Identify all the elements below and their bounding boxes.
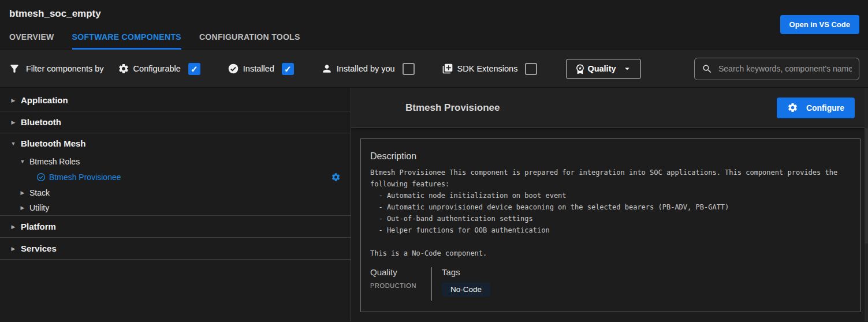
description-line: - Helper functions for OOB authenticatio… <box>370 224 851 236</box>
description-line <box>370 236 851 248</box>
filter-configurable-label: Configurable <box>133 64 181 73</box>
filter-installed: Installed <box>228 63 294 75</box>
check-circle-icon <box>228 63 239 74</box>
description-line: This is a No-Code component. <box>370 248 851 259</box>
description-text: Btmesh Provisionee This component is pre… <box>370 167 851 259</box>
tree-item-services[interactable]: Services <box>0 238 351 260</box>
chevron-right-icon[interactable] <box>10 98 17 103</box>
chevron-down-icon[interactable] <box>19 159 26 164</box>
tab-bar: OVERVIEW SOFTWARE COMPONENTS CONFIGURATI… <box>9 32 318 50</box>
tree-item-label: Utility <box>29 203 49 212</box>
tree-item-btmesh-provisionee[interactable]: Btmesh Provisionee <box>0 169 351 185</box>
tree-item-bluetooth[interactable]: Bluetooth <box>0 111 351 133</box>
tree-item-bluetooth-mesh[interactable]: Bluetooth Mesh <box>0 133 351 153</box>
description-line: - Out-of-band authentication settings <box>370 213 851 224</box>
filter-sdk-extensions-label: SDK Extensions <box>457 64 518 73</box>
tab-configuration-tools[interactable]: CONFIGURATION TOOLS <box>199 32 300 50</box>
chevron-right-icon[interactable] <box>19 190 26 196</box>
tree-item-utility[interactable]: Utility <box>0 200 351 216</box>
installed-by-you-checkbox[interactable] <box>403 63 415 75</box>
filter-bar-label: Filter components by <box>26 64 104 73</box>
tag-badge: No-Code <box>442 282 490 297</box>
quality-tags-section: Quality PRODUCTION Tags No-Code <box>370 267 851 301</box>
installed-checkbox[interactable] <box>282 63 294 75</box>
filter-icon <box>9 63 20 74</box>
filter-bar: Filter components by Configurable Instal… <box>0 50 868 88</box>
component-title: Btmesh Provisionee <box>405 102 500 114</box>
quality-section: Quality PRODUCTION <box>370 267 416 301</box>
app-window: btmesh_soc_empty OVERVIEW SOFTWARE COMPO… <box>0 0 868 322</box>
quality-dropdown-button[interactable]: Quality <box>566 59 640 79</box>
detail-header: Btmesh Provisionee Configure <box>351 88 868 128</box>
quality-heading: Quality <box>370 267 416 277</box>
quality-dropdown-label: Quality <box>587 64 616 73</box>
description-line: - Automatic node initialization on boot … <box>370 190 851 201</box>
tree-item-btmesh-roles[interactable]: Btmesh Roles <box>0 153 351 169</box>
open-in-vscode-button[interactable]: Open in VS Code <box>780 15 859 34</box>
description-card: Description Btmesh Provisionee This comp… <box>360 138 860 312</box>
tree-item-platform[interactable]: Platform <box>0 216 351 238</box>
project-title: btmesh_soc_empty <box>9 8 101 20</box>
quality-value: PRODUCTION <box>370 282 416 289</box>
description-line: Btmesh Provisionee This component is pre… <box>370 167 851 178</box>
chevron-right-icon[interactable] <box>10 119 17 125</box>
description-line: following features: <box>370 178 851 190</box>
tree-item-label: Stack <box>29 188 50 197</box>
vertical-divider <box>431 267 432 301</box>
tree-item-label: Btmesh Provisionee <box>49 173 121 182</box>
tree-item-label: Bluetooth Mesh <box>21 138 86 148</box>
chevron-down-icon[interactable] <box>10 141 17 147</box>
chevron-right-icon[interactable] <box>19 205 26 211</box>
sdk-extensions-icon <box>442 63 453 74</box>
filter-installed-label: Installed <box>243 64 274 73</box>
configure-button-label: Configure <box>806 103 844 113</box>
search-input[interactable] <box>718 64 852 73</box>
configure-gear-icon[interactable] <box>331 172 341 182</box>
tree-item-label: Services <box>21 244 57 253</box>
tree-item-label: Bluetooth <box>21 117 61 127</box>
configurable-checkbox[interactable] <box>188 63 200 75</box>
tags-section: Tags No-Code <box>442 267 490 301</box>
tree-item-label: Btmesh Roles <box>29 157 80 166</box>
component-detail-panel: Btmesh Provisionee Configure Description… <box>351 88 868 321</box>
filter-installed-by-you: Installed by you <box>321 63 415 75</box>
content-area: Application Bluetooth Bluetooth Mesh Btm… <box>0 88 868 321</box>
scrollbar[interactable] <box>865 88 868 321</box>
chevron-right-icon[interactable] <box>10 246 17 252</box>
filter-installed-by-you-label: Installed by you <box>337 64 395 73</box>
gear-icon <box>787 102 798 113</box>
description-line: - Automatic unprovisioned device beaconi… <box>370 201 851 213</box>
scrollbar-thumb[interactable] <box>865 128 868 244</box>
tags-heading: Tags <box>442 267 490 277</box>
configure-button[interactable]: Configure <box>777 98 855 118</box>
sdk-extensions-checkbox[interactable] <box>525 63 537 75</box>
tab-overview[interactable]: OVERVIEW <box>9 32 54 50</box>
search-icon <box>702 63 713 74</box>
component-tree: Application Bluetooth Bluetooth Mesh Btm… <box>0 88 351 321</box>
chevron-down-icon <box>622 63 632 74</box>
chevron-right-icon[interactable] <box>10 224 17 230</box>
tree-item-application[interactable]: Application <box>0 89 351 111</box>
filter-sdk-extensions: SDK Extensions <box>442 63 538 75</box>
tree-item-label: Application <box>21 95 68 105</box>
person-icon <box>321 63 333 74</box>
description-heading: Description <box>370 151 851 162</box>
tree-item-stack[interactable]: Stack <box>0 185 351 200</box>
filter-configurable: Configurable <box>118 63 200 75</box>
tree-item-label: Platform <box>21 222 56 231</box>
gear-icon <box>118 63 129 74</box>
app-header: btmesh_soc_empty OVERVIEW SOFTWARE COMPO… <box>0 0 868 50</box>
installed-check-circle-icon <box>36 173 46 182</box>
tab-software-components[interactable]: SOFTWARE COMPONENTS <box>72 32 181 50</box>
search-box[interactable] <box>694 58 859 80</box>
medal-icon <box>575 63 586 74</box>
